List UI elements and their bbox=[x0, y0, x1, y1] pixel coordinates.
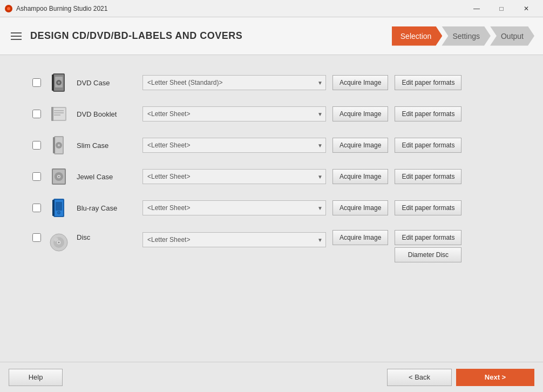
bluray-case-dropdown-wrapper: <Letter Sheet> ▼ bbox=[142, 200, 326, 215]
hamburger-menu[interactable] bbox=[9, 30, 24, 42]
disc-checkbox[interactable] bbox=[32, 233, 41, 242]
footer-nav: < Back Next > bbox=[387, 369, 534, 386]
dvd-booklet-dropdown[interactable]: <Letter Sheet> bbox=[142, 106, 326, 121]
svg-rect-5 bbox=[52, 75, 54, 91]
window-title: Ashampoo Burning Studio 2021 bbox=[16, 5, 464, 12]
disc-acquire-button[interactable]: Acquire Image bbox=[332, 230, 388, 245]
step-settings[interactable]: Settings bbox=[442, 26, 491, 46]
dvd-case-edit-button[interactable]: Edit paper formats bbox=[395, 75, 461, 90]
list-item: Jewel Case <Letter Sheet> ▼ Acquire Imag… bbox=[32, 165, 511, 188]
dvd-case-dropdown-wrapper: <Letter Sheet (Standard)> <Letter Sheet>… bbox=[142, 75, 326, 90]
disc-right-buttons-group: Edit paper formats Diameter Disc bbox=[395, 230, 461, 262]
steps-nav: Selection Settings Output bbox=[392, 26, 534, 46]
dvd-case-dropdown[interactable]: <Letter Sheet (Standard)> <Letter Sheet> bbox=[142, 75, 326, 90]
dvd-booklet-acquire-button[interactable]: Acquire Image bbox=[332, 106, 388, 121]
list-item: Blu-ray Case <Letter Sheet> ▼ Acquire Im… bbox=[32, 197, 511, 219]
svg-point-29 bbox=[58, 212, 59, 213]
jewel-case-icon bbox=[47, 165, 70, 188]
dvd-case-checkbox[interactable] bbox=[32, 78, 41, 87]
bluray-case-dropdown[interactable]: <Letter Sheet> bbox=[142, 200, 326, 215]
slim-case-dropdown-wrapper: <Letter Sheet> ▼ bbox=[142, 138, 326, 153]
slim-case-icon bbox=[47, 134, 70, 157]
slim-case-label: Slim Case bbox=[77, 141, 136, 150]
disc-icon bbox=[47, 231, 70, 254]
minimize-button[interactable]: — bbox=[464, 0, 489, 17]
svg-rect-16 bbox=[53, 137, 55, 153]
page-title: DESIGN CD/DVD/BD-LABELS AND COVERS bbox=[30, 30, 242, 42]
jewel-case-dropdown-wrapper: <Letter Sheet> ▼ bbox=[142, 169, 326, 184]
step-selection-label: Selection bbox=[401, 32, 432, 40]
jewel-case-edit-button[interactable]: Edit paper formats bbox=[395, 169, 461, 184]
list-item: DVD Case <Letter Sheet (Standard)> <Lett… bbox=[32, 71, 511, 94]
svg-point-33 bbox=[58, 242, 60, 244]
step-output-label: Output bbox=[501, 32, 524, 40]
jewel-case-label: Jewel Case bbox=[77, 173, 136, 181]
slim-case-acquire-button[interactable]: Acquire Image bbox=[332, 138, 388, 153]
dvd-booklet-dropdown-wrapper: <Letter Sheet> ▼ bbox=[142, 106, 326, 121]
list-item: Slim Case <Letter Sheet> ▼ Acquire Image… bbox=[32, 134, 511, 157]
bluray-case-checkbox[interactable] bbox=[32, 204, 41, 212]
step-settings-label: Settings bbox=[452, 32, 480, 40]
close-button[interactable]: ✕ bbox=[514, 0, 539, 17]
step-output[interactable]: Output bbox=[490, 26, 534, 46]
maximize-button[interactable]: □ bbox=[489, 0, 514, 17]
disc-diameter-button[interactable]: Diameter Disc bbox=[395, 247, 461, 262]
svg-rect-27 bbox=[56, 202, 62, 211]
slim-case-edit-button[interactable]: Edit paper formats bbox=[395, 138, 461, 153]
footer: Help < Back Next > bbox=[0, 362, 543, 392]
window-controls: — □ ✕ bbox=[464, 0, 539, 17]
svg-point-7 bbox=[58, 82, 60, 84]
jewel-case-acquire-button[interactable]: Acquire Image bbox=[332, 169, 388, 184]
header: DESIGN CD/DVD/BD-LABELS AND COVERS Selec… bbox=[0, 17, 543, 55]
jewel-case-dropdown[interactable]: <Letter Sheet> bbox=[142, 169, 326, 184]
main-content: DVD Case <Letter Sheet (Standard)> <Lett… bbox=[0, 55, 543, 362]
dvd-booklet-edit-button[interactable]: Edit paper formats bbox=[395, 106, 461, 121]
step-selection[interactable]: Selection bbox=[392, 26, 443, 46]
title-bar: Ashampoo Burning Studio 2021 — □ ✕ bbox=[0, 0, 543, 17]
bluray-case-icon bbox=[47, 197, 70, 219]
dvd-booklet-label: DVD Booklet bbox=[77, 110, 136, 118]
slim-case-dropdown[interactable]: <Letter Sheet> bbox=[142, 138, 326, 153]
dvd-case-label: DVD Case bbox=[77, 79, 136, 87]
list-item: Disc <Letter Sheet> ▼ Acquire Image Edit… bbox=[32, 228, 511, 262]
bluray-case-edit-button[interactable]: Edit paper formats bbox=[395, 200, 461, 215]
jewel-case-checkbox[interactable] bbox=[32, 172, 41, 181]
disc-dropdown-wrapper: <Letter Sheet> ▼ bbox=[142, 232, 326, 247]
help-button[interactable]: Help bbox=[9, 369, 63, 386]
svg-rect-9 bbox=[52, 108, 65, 120]
slim-case-checkbox[interactable] bbox=[32, 141, 41, 150]
svg-point-18 bbox=[58, 144, 60, 146]
disc-dropdown[interactable]: <Letter Sheet> bbox=[142, 232, 326, 247]
list-item: DVD Booklet <Letter Sheet> ▼ Acquire Ima… bbox=[32, 103, 511, 125]
disc-edit-button[interactable]: Edit paper formats bbox=[395, 230, 461, 245]
dvd-booklet-icon bbox=[47, 103, 70, 125]
disc-label: Disc bbox=[77, 233, 136, 241]
next-button[interactable]: Next > bbox=[456, 369, 534, 386]
svg-rect-26 bbox=[52, 200, 55, 216]
disc-buttons-group: Acquire Image bbox=[332, 230, 388, 245]
svg-point-1 bbox=[7, 7, 10, 10]
dvd-case-icon bbox=[47, 71, 70, 94]
svg-point-23 bbox=[58, 176, 60, 178]
bluray-case-acquire-button[interactable]: Acquire Image bbox=[332, 200, 388, 215]
header-left: DESIGN CD/DVD/BD-LABELS AND COVERS bbox=[9, 30, 242, 42]
dvd-booklet-checkbox[interactable] bbox=[32, 110, 41, 118]
back-button[interactable]: < Back bbox=[387, 369, 452, 386]
svg-rect-13 bbox=[51, 107, 53, 121]
bluray-case-label: Blu-ray Case bbox=[77, 204, 136, 212]
app-icon bbox=[4, 4, 13, 13]
dvd-case-acquire-button[interactable]: Acquire Image bbox=[332, 75, 388, 90]
